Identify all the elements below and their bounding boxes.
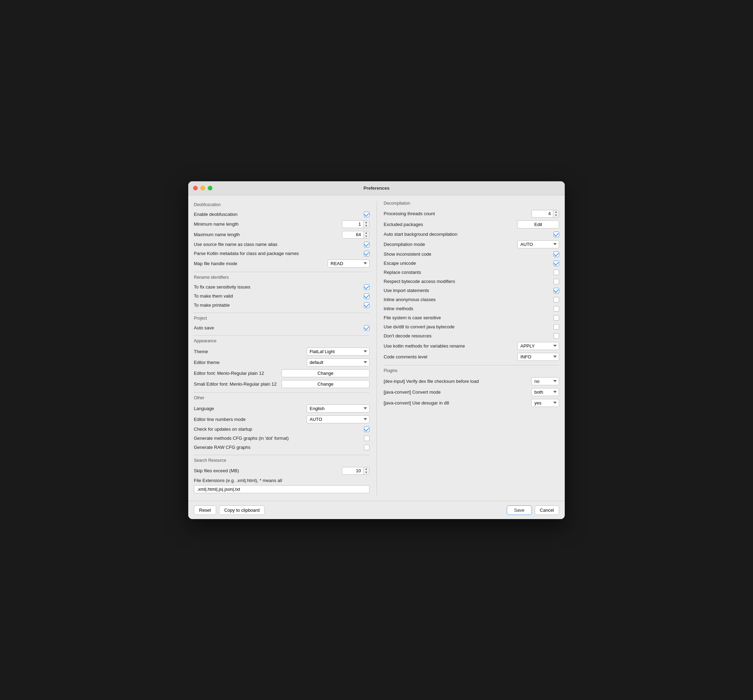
enable-deobfuscation-checkbox[interactable] xyxy=(364,212,370,217)
java-convert-select[interactable]: both to-java to-kotlin xyxy=(531,388,559,396)
window-title: Preferences xyxy=(364,186,389,191)
skip-files-input[interactable] xyxy=(342,467,363,474)
processing-threads-input[interactable] xyxy=(532,210,553,217)
min-name-up-btn[interactable]: ▲ xyxy=(364,221,369,224)
dex-input-control: no yes xyxy=(531,377,559,385)
auto-save-control xyxy=(364,325,370,331)
excluded-packages-edit-btn[interactable]: Edit xyxy=(517,220,559,228)
decompilation-section-label: Decompilation xyxy=(384,201,559,206)
use-kotlin-control: APPLY DONT_APPLY xyxy=(517,342,559,350)
auto-start-checkbox[interactable] xyxy=(553,231,559,237)
code-comments-select[interactable]: INFO DEBUG ERROR NONE xyxy=(517,353,559,361)
make-printable-checkbox[interactable] xyxy=(364,303,370,308)
titlebar: Preferences xyxy=(188,181,565,195)
theme-select[interactable]: FlatLaf Light FlatLaf Dark System xyxy=(307,348,370,356)
min-name-down-btn[interactable]: ▼ xyxy=(364,224,369,228)
skip-files-spinner[interactable]: ▲ ▼ xyxy=(342,467,370,475)
java-desugar-select[interactable]: yes no xyxy=(531,399,559,407)
make-valid-checkbox[interactable] xyxy=(364,294,370,299)
use-kotlin-label: Use kotlin methods for variables rename xyxy=(384,343,518,348)
max-name-spinner-buttons: ▲ ▼ xyxy=(363,231,369,238)
close-button[interactable] xyxy=(193,186,198,191)
skip-files-control: ▲ ▼ xyxy=(342,467,370,475)
max-name-length-spinner[interactable]: ▲ ▼ xyxy=(342,231,370,239)
escape-unicode-checkbox[interactable] xyxy=(553,261,559,266)
skip-files-up-btn[interactable]: ▲ xyxy=(364,467,369,471)
make-printable-label: To make printable xyxy=(194,303,364,308)
skip-files-down-btn[interactable]: ▼ xyxy=(364,471,369,474)
escape-unicode-row: Escape unicode xyxy=(384,259,559,268)
gen-raw-label: Generate RAW CFG graphs xyxy=(194,445,364,450)
parse-kotlin-checkbox[interactable] xyxy=(364,251,370,256)
map-file-handle-row: Map file handle mode READ WRITE READ_WRI… xyxy=(194,258,370,269)
gen-raw-checkbox[interactable] xyxy=(364,445,370,450)
use-source-file-checkbox[interactable] xyxy=(364,242,370,247)
copy-to-clipboard-button[interactable]: Copy to clipboard xyxy=(219,505,265,515)
processing-threads-label: Processing threads count xyxy=(384,211,532,216)
editor-theme-select[interactable]: default dark light xyxy=(307,358,370,366)
check-updates-label: Check for updates on startup xyxy=(194,427,364,432)
search-resource-section-label: Search Resource xyxy=(194,458,370,463)
smali-font-change-btn[interactable]: Change xyxy=(281,380,369,388)
min-name-length-control: ▲ ▼ xyxy=(342,220,370,228)
fix-case-checkbox[interactable] xyxy=(364,284,370,290)
language-select[interactable]: English Chinese Russian German French xyxy=(307,405,370,412)
show-inconsistent-checkbox[interactable] xyxy=(553,252,559,257)
editor-font-change-btn[interactable]: Change xyxy=(281,369,369,377)
editor-line-select[interactable]: AUTO ON OFF xyxy=(307,415,370,423)
java-convert-label: [java-convert] Convert mode xyxy=(384,389,531,395)
threads-down-btn[interactable]: ▼ xyxy=(553,214,559,217)
show-inconsistent-row: Show inconsistent code xyxy=(384,250,559,259)
smali-font-label: Smali Editor font: Menlo-Regular plain 1… xyxy=(194,381,281,387)
processing-threads-spinner[interactable]: ▲ ▼ xyxy=(531,210,559,218)
use-kotlin-select[interactable]: APPLY DONT_APPLY xyxy=(517,342,559,350)
gen-raw-row: Generate RAW CFG graphs xyxy=(194,443,370,452)
java-desugar-label: [java-convert] Use desugar in d8 xyxy=(384,400,531,406)
min-name-length-label: Minimum name length xyxy=(194,222,342,227)
inline-anonymous-checkbox[interactable] xyxy=(553,297,559,303)
file-ext-input[interactable] xyxy=(194,485,370,493)
decompilation-mode-select[interactable]: AUTO SIMPLE FALLBACK xyxy=(517,240,559,248)
code-comments-row: Code comments level INFO DEBUG ERROR NON… xyxy=(384,352,559,362)
fix-case-label: To fix case sensitivity issues xyxy=(194,284,364,289)
footer-right: Save Cancel xyxy=(507,505,559,515)
threads-up-btn[interactable]: ▲ xyxy=(553,210,559,214)
use-import-label: Use import statements xyxy=(384,288,554,293)
check-updates-checkbox[interactable] xyxy=(364,427,370,432)
divider-4 xyxy=(194,392,370,393)
maximize-button[interactable] xyxy=(208,186,212,191)
dex-input-select[interactable]: no yes xyxy=(531,377,559,385)
use-import-checkbox[interactable] xyxy=(553,288,559,294)
max-name-length-input[interactable] xyxy=(342,231,363,238)
respect-bytecode-checkbox[interactable] xyxy=(553,279,559,284)
excluded-packages-row: Excluded packages Edit xyxy=(384,219,559,230)
divider-3 xyxy=(194,335,370,336)
code-comments-label: Code comments level xyxy=(384,354,518,359)
excluded-packages-control: Edit xyxy=(517,220,559,228)
inline-methods-checkbox[interactable] xyxy=(553,306,559,312)
reset-button[interactable]: Reset xyxy=(194,505,216,515)
minimize-button[interactable] xyxy=(200,186,205,191)
cancel-button[interactable]: Cancel xyxy=(535,505,559,515)
decompilation-mode-row: Decompilation mode AUTO SIMPLE FALLBACK xyxy=(384,239,559,250)
skip-files-spinner-buttons: ▲ ▼ xyxy=(363,467,369,474)
map-file-handle-select[interactable]: READ WRITE READ_WRITE xyxy=(328,259,370,267)
use-dx-checkbox[interactable] xyxy=(553,324,559,330)
min-name-length-spinner[interactable]: ▲ ▼ xyxy=(342,220,370,228)
dont-decode-checkbox[interactable] xyxy=(553,333,559,339)
save-button[interactable]: Save xyxy=(507,505,532,515)
file-system-case-checkbox[interactable] xyxy=(553,315,559,321)
theme-label: Theme xyxy=(194,349,307,354)
max-name-down-btn[interactable]: ▼ xyxy=(364,235,369,238)
max-name-up-btn[interactable]: ▲ xyxy=(364,231,369,235)
use-dx-control xyxy=(553,324,559,330)
inline-methods-row: Inline methods xyxy=(384,304,559,313)
make-valid-row: To make them valid xyxy=(194,292,370,301)
gen-cfg-checkbox[interactable] xyxy=(364,436,370,441)
language-control: English Chinese Russian German French xyxy=(307,405,370,412)
replace-constants-control xyxy=(553,270,559,275)
auto-save-checkbox[interactable] xyxy=(364,325,370,331)
replace-constants-checkbox[interactable] xyxy=(553,270,559,275)
java-desugar-control: yes no xyxy=(531,399,559,407)
min-name-length-input[interactable] xyxy=(342,221,363,227)
